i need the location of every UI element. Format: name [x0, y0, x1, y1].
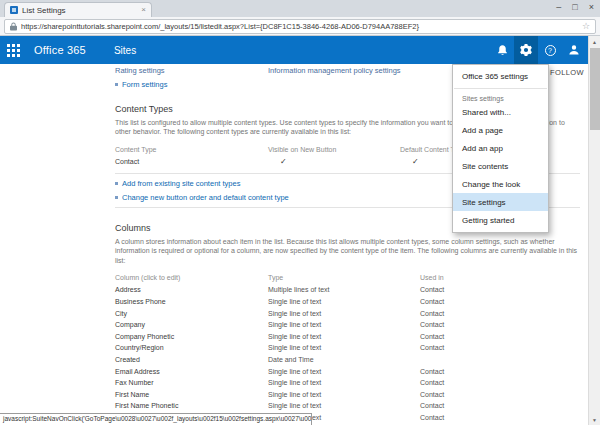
- column-name[interactable]: Created: [115, 356, 268, 363]
- url-text[interactable]: https://sharepointtutorials.sharepoint.c…: [21, 22, 578, 31]
- vertical-scrollbar[interactable]: ▲ ▼: [588, 36, 600, 425]
- column-name[interactable]: City: [115, 310, 268, 317]
- column-used-in: Contact: [420, 333, 580, 340]
- nav-sites[interactable]: Sites: [114, 45, 136, 56]
- bullet-icon: [115, 196, 118, 199]
- column-type: Date and Time: [268, 356, 420, 363]
- column-used-in: Contact: [420, 368, 580, 375]
- column-name[interactable]: Company Phonetic: [115, 333, 268, 340]
- column-row: Email AddressSingle line of textContact: [115, 365, 580, 377]
- column-used-in: Contact: [420, 379, 580, 386]
- menu-group-header: Sites settings: [453, 92, 548, 103]
- settings-gear-icon[interactable]: [514, 36, 538, 64]
- link-rating-settings[interactable]: Rating settings: [115, 66, 268, 75]
- column-row: Fax NumberSingle line of textContact: [115, 377, 580, 389]
- columns-header-row: Column (click to edit) Type Used in: [115, 274, 580, 281]
- menu-item-site-contents[interactable]: Site contents: [453, 157, 548, 175]
- help-icon[interactable]: ?: [538, 36, 562, 64]
- menu-item-office-365-settings[interactable]: Office 365 settings: [453, 67, 548, 85]
- office365-suite-bar: Office 365 Sites ?: [0, 36, 588, 64]
- window-minimize-button[interactable]: –: [556, 2, 561, 12]
- column-name[interactable]: Company: [115, 321, 268, 328]
- column-row: CitySingle line of textContact: [115, 307, 580, 319]
- columns-description: A column stores information about each i…: [115, 237, 580, 265]
- bullet-icon: [115, 83, 118, 86]
- status-link-preview: javascript:SuiteNavOnClick('GoToPage\u00…: [0, 413, 312, 425]
- column-row: Country/RegionSingle line of textContact: [115, 342, 580, 354]
- menu-item-add-a-page[interactable]: Add a page: [453, 121, 548, 139]
- settings-dropdown-menu: Office 365 settingsSites settingsShared …: [452, 64, 549, 233]
- app-launcher-icon[interactable]: [0, 36, 26, 64]
- visible-check-icon: ✓: [268, 157, 400, 166]
- link-change-new-button-order[interactable]: Change new button order and default cont…: [122, 193, 289, 202]
- column-name[interactable]: First Name: [115, 391, 268, 398]
- header-content-type: Content Type: [115, 146, 268, 153]
- column-type: Single line of text: [268, 391, 420, 398]
- menu-item-shared-with[interactable]: Shared with...: [453, 103, 548, 121]
- menu-item-change-the-look[interactable]: Change the look: [453, 175, 548, 193]
- suite-bar-icons: ?: [490, 36, 586, 64]
- bookmark-star-icon[interactable]: ☆: [582, 22, 590, 31]
- column-used-in: Contact: [420, 286, 580, 293]
- column-name[interactable]: Business Phone: [115, 298, 268, 305]
- scroll-down-icon[interactable]: ▼: [589, 414, 600, 425]
- tab-favicon-icon: [10, 6, 18, 14]
- menu-divider: [454, 88, 547, 89]
- column-row: CompanySingle line of textContact: [115, 319, 580, 331]
- office365-brand[interactable]: Office 365: [34, 44, 86, 56]
- column-type: Single line of text: [268, 368, 420, 375]
- menu-item-getting-started[interactable]: Getting started: [453, 211, 548, 229]
- column-row: Business PhoneSingle line of textContact: [115, 296, 580, 308]
- window-controls: – □ ×: [556, 2, 594, 12]
- column-type: Single line of text: [268, 310, 420, 317]
- tab-close-icon[interactable]: ×: [141, 6, 146, 14]
- column-name[interactable]: Address: [115, 286, 268, 293]
- content-type-contact-link[interactable]: Contact: [115, 158, 268, 165]
- window-maximize-button[interactable]: □: [572, 2, 577, 12]
- column-type: Single line of text: [268, 333, 420, 340]
- browser-viewport: Office 365 Sites ? ☆ FOLLOW Rating setti…: [0, 36, 600, 425]
- column-name[interactable]: Fax Number: [115, 379, 268, 386]
- column-row: First Name PhoneticSingle line of textCo…: [115, 400, 580, 412]
- column-used-in: Contact: [420, 310, 580, 317]
- menu-item-site-settings[interactable]: Site settings: [453, 193, 548, 211]
- browser-tab[interactable]: List Settings ×: [4, 2, 152, 17]
- column-type: Single line of text: [268, 402, 420, 409]
- link-form-settings[interactable]: Form settings: [122, 80, 167, 89]
- notifications-bell-icon[interactable]: [490, 36, 514, 64]
- column-row: First NameSingle line of textContact: [115, 389, 580, 401]
- link-add-from-existing-site-content-types[interactable]: Add from existing site content types: [122, 179, 240, 188]
- column-name[interactable]: Email Address: [115, 368, 268, 375]
- column-used-in: Contact: [420, 344, 580, 351]
- column-type: Single line of text: [268, 298, 420, 305]
- column-used-in: Contact: [420, 391, 580, 398]
- column-name[interactable]: First Name Phonetic: [115, 402, 268, 409]
- header-visible-on-new-button: Visible on New Button: [268, 146, 400, 153]
- scrollbar-thumb[interactable]: [590, 48, 600, 130]
- help-question-glyph: ?: [545, 45, 556, 56]
- window-close-button[interactable]: ×: [589, 2, 594, 12]
- header-type: Type: [268, 274, 420, 281]
- column-type: Single line of text: [268, 379, 420, 386]
- column-used-in: Contact: [420, 321, 580, 328]
- https-lock-icon: [10, 22, 17, 31]
- column-type: Single line of text: [268, 321, 420, 328]
- header-column-click-to-edit: Column (click to edit): [115, 274, 268, 281]
- account-person-icon[interactable]: [562, 36, 586, 64]
- column-used-in: Contact: [420, 414, 580, 421]
- column-used-in: Contact: [420, 402, 580, 409]
- url-field[interactable]: https://sharepointtutorials.sharepoint.c…: [4, 19, 596, 34]
- bullet-icon: [115, 182, 118, 185]
- browser-tab-strip: List Settings × – □ ×: [0, 0, 600, 17]
- scroll-up-icon[interactable]: ▲: [589, 36, 600, 47]
- menu-item-add-an-app[interactable]: Add an app: [453, 139, 548, 157]
- column-used-in: Contact: [420, 298, 580, 305]
- columns-table: AddressMultiple lines of textContactBusi…: [115, 284, 580, 425]
- column-name[interactable]: Country/Region: [115, 344, 268, 351]
- column-type: Multiple lines of text: [268, 286, 420, 293]
- column-row: AddressMultiple lines of textContact: [115, 284, 580, 296]
- browser-address-bar: https://sharepointtutorials.sharepoint.c…: [0, 17, 600, 36]
- tab-title: List Settings: [22, 6, 137, 15]
- column-row: Company PhoneticSingle line of textConta…: [115, 331, 580, 343]
- column-type: Single line of text: [268, 344, 420, 351]
